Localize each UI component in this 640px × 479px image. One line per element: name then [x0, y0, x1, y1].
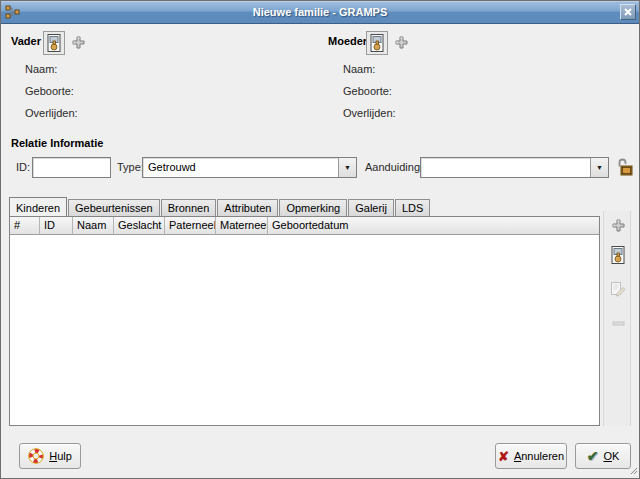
privacy-lock-button[interactable] [614, 156, 634, 178]
add-mother-button[interactable] [394, 35, 409, 50]
select-person-icon [47, 34, 61, 52]
edit-icon [610, 281, 626, 297]
column-header-id[interactable]: ID [40, 217, 73, 235]
close-icon [623, 7, 633, 17]
mother-label: Moeder [328, 35, 367, 47]
plus-icon [611, 218, 626, 233]
cancel-button[interactable]: ✘ Annuleren [495, 443, 567, 469]
plus-icon [394, 35, 409, 50]
mother-birth-label: Geboorte: [343, 85, 392, 97]
table-header: #IDNaamGeslachtPaterneelMaterneelGeboort… [10, 217, 599, 235]
window-title: Nieuwe familie - GRAMPS [1, 6, 639, 18]
father-birth-label: Geboorte: [25, 85, 74, 97]
relation-info-header: Relatie Informatie [11, 137, 103, 149]
close-button[interactable] [620, 4, 636, 20]
resize-grip[interactable] [630, 465, 638, 477]
new-family-dialog: Nieuwe familie - GRAMPS Vader Naam: Gebo… [0, 0, 640, 479]
remove-child-button [606, 311, 630, 335]
relation-type-combobox[interactable]: Getrouwd ▼ [142, 157, 357, 178]
relation-id-label: ID: [16, 161, 30, 173]
relation-type-dropdown-button[interactable]: ▼ [338, 158, 356, 177]
designation-dropdown-button[interactable]: ▼ [590, 158, 608, 177]
tab-opmerking[interactable]: Opmerking [279, 199, 347, 216]
minus-icon [611, 316, 626, 331]
add-father-button[interactable] [71, 35, 86, 50]
tab-bar: KinderenGebeurtenissenBronnenAttributenO… [9, 197, 431, 216]
help-button[interactable]: Hulp [19, 443, 81, 469]
select-person-icon [370, 34, 384, 52]
tab-galerij[interactable]: Galerij [348, 199, 394, 216]
tab-bronnen[interactable]: Bronnen [161, 199, 217, 216]
children-table[interactable]: #IDNaamGeslachtPaterneelMaterneelGeboort… [9, 216, 600, 426]
add-child-button[interactable] [606, 213, 630, 237]
cancel-x-icon: ✘ [498, 450, 509, 463]
chevron-down-icon: ▼ [596, 164, 603, 171]
designation-combobox[interactable]: ▼ [420, 157, 609, 178]
gramps-pedigree-icon [5, 4, 21, 20]
column-header-paterneel[interactable]: Paterneel [165, 217, 216, 235]
cancel-button-label: Annuleren [514, 450, 564, 462]
edit-child-button [606, 277, 630, 301]
help-button-label: Hulp [49, 450, 72, 462]
ok-check-icon: ✔ [587, 449, 599, 463]
column-header-0[interactable]: # [10, 217, 40, 235]
mother-name-label: Naam: [343, 63, 375, 75]
ok-button-label: OK [603, 450, 619, 462]
column-header-geslacht[interactable]: Geslacht [114, 217, 165, 235]
father-name-label: Naam: [25, 63, 57, 75]
select-mother-button[interactable] [366, 31, 388, 55]
open-lock-icon [616, 157, 633, 177]
column-header-geboortedatum[interactable]: Geboortedatum [268, 217, 599, 235]
father-label: Vader [11, 35, 41, 47]
relation-type-value: Getrouwd [143, 158, 338, 177]
table-body[interactable] [10, 235, 599, 425]
select-father-button[interactable] [43, 31, 65, 55]
designation-value [421, 158, 590, 177]
select-person-icon [611, 246, 625, 264]
chevron-down-icon: ▼ [344, 164, 351, 171]
column-header-naam[interactable]: Naam [73, 217, 114, 235]
titlebar[interactable]: Nieuwe familie - GRAMPS [1, 1, 639, 24]
ok-button[interactable]: ✔ OK [575, 443, 631, 469]
relation-id-input[interactable] [32, 157, 111, 178]
father-death-label: Overlijden: [25, 107, 78, 119]
tab-kinderen[interactable]: Kinderen [9, 197, 67, 216]
help-lifebuoy-icon [28, 448, 44, 464]
relation-type-label: Type: [117, 161, 144, 173]
tab-gebeurtenissen[interactable]: Gebeurtenissen [68, 199, 160, 216]
select-child-button[interactable] [606, 243, 630, 267]
column-header-materneel[interactable]: Materneel [216, 217, 268, 235]
mother-death-label: Overlijden: [343, 107, 396, 119]
tab-lds[interactable]: LDS [395, 199, 430, 216]
child-actions-column [603, 211, 631, 426]
designation-label: Aanduiding: [365, 161, 423, 173]
tab-attributen[interactable]: Attributen [217, 199, 278, 216]
plus-icon [71, 35, 86, 50]
